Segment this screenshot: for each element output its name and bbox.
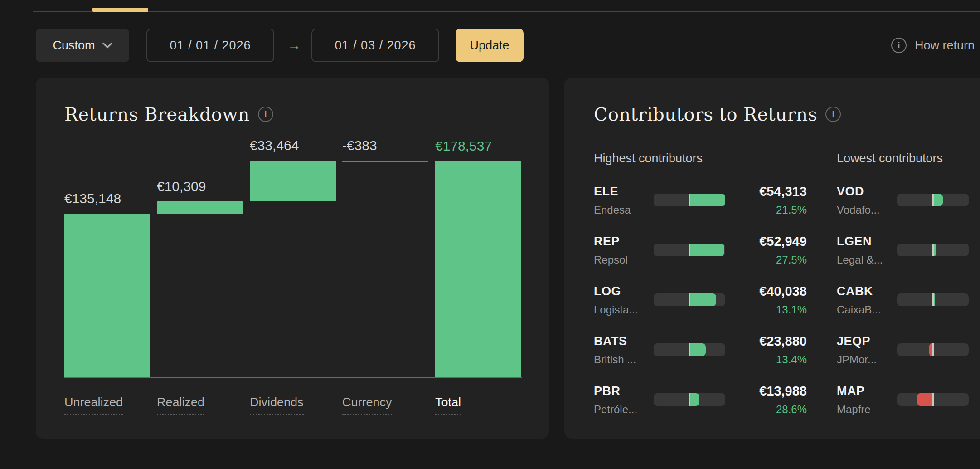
contribution-bar bbox=[897, 293, 969, 306]
ticker-label: MAP bbox=[837, 383, 865, 399]
date-to-input[interactable]: 01 / 03 / 2026 bbox=[311, 29, 439, 62]
contribution-percent: 13.1% bbox=[703, 303, 807, 317]
contributor-row-lgen: LGEN Legal &... bbox=[837, 234, 980, 272]
waterfall-column-unrealized: €135,148 Unrealized bbox=[64, 78, 150, 439]
contribution-percent: 27.5% bbox=[703, 253, 807, 267]
waterfall-bar bbox=[342, 161, 428, 162]
company-name: Petróle... bbox=[594, 403, 637, 416]
axis-label-dividends[interactable]: Dividends bbox=[250, 395, 304, 415]
contributors-panel: Contributors to Returns i Highest contri… bbox=[564, 78, 980, 439]
company-name: Vodafo... bbox=[837, 203, 880, 217]
bar-center-divider bbox=[932, 194, 934, 206]
bar-center-divider bbox=[932, 244, 934, 256]
bar-center-divider bbox=[689, 343, 690, 356]
how-returns-label: How return bbox=[915, 39, 975, 53]
ticker-label: ELE bbox=[594, 184, 618, 199]
waterfall-bar bbox=[64, 214, 150, 377]
date-range-dropdown[interactable]: Custom bbox=[36, 29, 129, 62]
contribution-percent: 21.5% bbox=[703, 203, 807, 217]
contribution-value: €52,949 bbox=[703, 234, 807, 249]
bar-value-label: €10,309 bbox=[157, 179, 206, 194]
contributor-row-bats: BATS British ... €23,880 13.4% bbox=[594, 333, 807, 371]
axis-label-total[interactable]: Total bbox=[435, 395, 461, 415]
axis-label-currency[interactable]: Currency bbox=[342, 395, 392, 415]
info-icon[interactable]: i bbox=[825, 107, 841, 122]
contributor-row-pbr: PBR Petróle... €13,988 28.6% bbox=[594, 383, 807, 421]
portfolio-returns-page: Custom 01 / 01 / 2026 → 01 / 03 / 2026 U… bbox=[0, 0, 980, 469]
ticker-label: BATS bbox=[594, 333, 627, 349]
contribution-value: €23,880 bbox=[703, 333, 807, 349]
bar-center-divider bbox=[689, 244, 690, 256]
ticker-label: LOG bbox=[594, 283, 621, 299]
axis-label-unrealized[interactable]: Unrealized bbox=[64, 395, 123, 415]
ticker-label: LGEN bbox=[837, 234, 872, 249]
contribution-percent: 13.4% bbox=[703, 353, 807, 366]
contributors-title: Contributors to Returns bbox=[594, 104, 817, 125]
highest-contributors-header: Highest contributors bbox=[594, 151, 703, 166]
ticker-label: JEQP bbox=[837, 333, 870, 349]
bar-center-divider bbox=[689, 293, 690, 306]
bar-center-divider bbox=[932, 293, 934, 306]
date-range-dropdown-label: Custom bbox=[53, 39, 95, 53]
waterfall-column-currency: -€383 Currency bbox=[342, 78, 428, 439]
contribution-bar bbox=[897, 343, 969, 356]
how-returns-link[interactable]: i How return bbox=[891, 29, 975, 62]
bar-center-divider bbox=[932, 393, 934, 406]
contribution-bar bbox=[897, 393, 969, 406]
company-name: Logista... bbox=[594, 303, 638, 317]
ticker-label: REP bbox=[594, 234, 620, 249]
waterfall-column-total: €178,537 Total bbox=[435, 78, 521, 439]
axis-label-realized[interactable]: Realized bbox=[157, 395, 204, 415]
arrow-right-icon: → bbox=[281, 29, 307, 62]
contributor-row-cabk: CABK CaixaB... bbox=[837, 283, 980, 322]
lowest-contributors-header: Lowest contributors bbox=[837, 151, 943, 166]
active-tab-indicator bbox=[92, 8, 148, 12]
contribution-value: €54,313 bbox=[703, 184, 807, 199]
bar-center-divider bbox=[932, 343, 934, 356]
contribution-bar bbox=[897, 244, 969, 256]
waterfall-column-realized: €10,309 Realized bbox=[157, 78, 243, 439]
contributor-row-rep: REP Repsol €52,949 27.5% bbox=[594, 234, 807, 272]
contributor-row-log: LOG Logista... €40,038 13.1% bbox=[594, 283, 807, 322]
bar-value-label: €135,148 bbox=[64, 191, 121, 206]
bar-center-divider bbox=[689, 393, 690, 406]
ticker-label: PBR bbox=[594, 383, 621, 399]
date-from-input[interactable]: 01 / 01 / 2026 bbox=[146, 29, 274, 62]
tab-bar-divider bbox=[33, 11, 980, 12]
bar-value-label: €33,464 bbox=[250, 138, 299, 153]
waterfall-bar bbox=[435, 161, 521, 377]
contribution-bar bbox=[897, 194, 969, 206]
bar-value-label: -€383 bbox=[342, 138, 377, 153]
contribution-value: €13,988 bbox=[703, 383, 807, 399]
contributor-row-jeqp: JEQP JPMor... bbox=[837, 333, 980, 371]
contributor-row-ele: ELE Endesa €54,313 21.5% bbox=[594, 184, 807, 222]
company-name: Endesa bbox=[594, 203, 631, 217]
date-from-value: 01 / 01 / 2026 bbox=[170, 39, 251, 53]
bar-value-label: €178,537 bbox=[435, 138, 492, 154]
chevron-down-icon bbox=[102, 42, 112, 49]
company-name: Legal &... bbox=[837, 253, 883, 267]
company-name: Repsol bbox=[594, 253, 628, 267]
chart-baseline bbox=[64, 377, 522, 378]
date-to-value: 01 / 03 / 2026 bbox=[335, 39, 416, 53]
bar-center-divider bbox=[689, 194, 690, 206]
company-name: British ... bbox=[594, 353, 636, 366]
waterfall-bar bbox=[157, 201, 243, 214]
ticker-label: CABK bbox=[837, 283, 873, 299]
info-icon: i bbox=[891, 38, 907, 53]
update-button[interactable]: Update bbox=[456, 29, 524, 62]
contribution-percent: 28.6% bbox=[703, 403, 807, 416]
contributor-row-vod: VOD Vodafo... bbox=[837, 184, 980, 222]
waterfall-bar bbox=[250, 161, 336, 201]
contribution-value: €40,038 bbox=[703, 283, 807, 299]
returns-breakdown-panel: Returns Breakdown i €135,148 Unrealized … bbox=[36, 78, 549, 439]
waterfall-column-dividends: €33,464 Dividends bbox=[250, 78, 336, 439]
company-name: JPMor... bbox=[837, 353, 877, 366]
company-name: Mapfre bbox=[837, 403, 871, 416]
ticker-label: VOD bbox=[837, 184, 864, 199]
contributor-row-map: MAP Mapfre bbox=[837, 383, 980, 421]
company-name: CaixaB... bbox=[837, 303, 881, 317]
